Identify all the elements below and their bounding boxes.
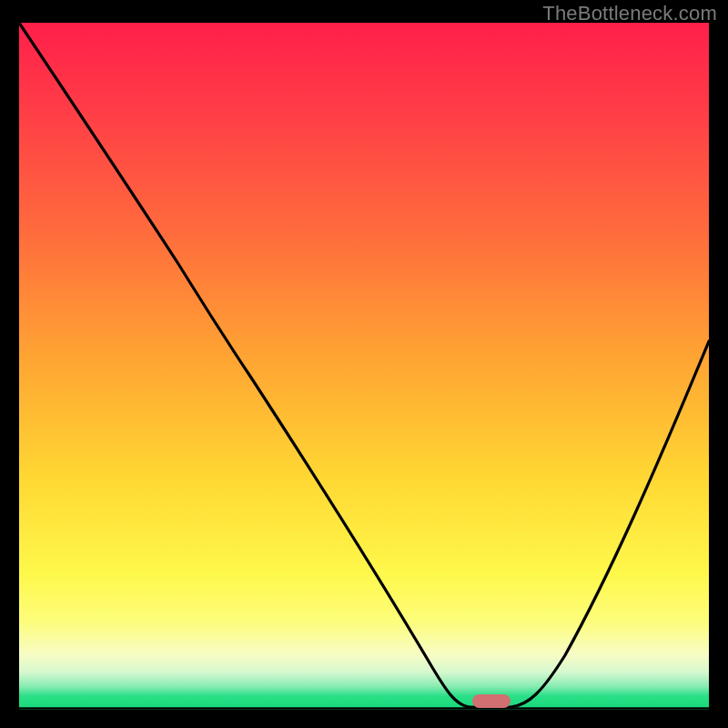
plot-area [19, 23, 709, 710]
chart-frame: TheBottleneck.com [0, 0, 728, 728]
optimal-marker [472, 694, 511, 708]
curve-path [19, 23, 709, 707]
watermark-text: TheBottleneck.com [542, 2, 717, 25]
bottleneck-curve [19, 23, 709, 710]
